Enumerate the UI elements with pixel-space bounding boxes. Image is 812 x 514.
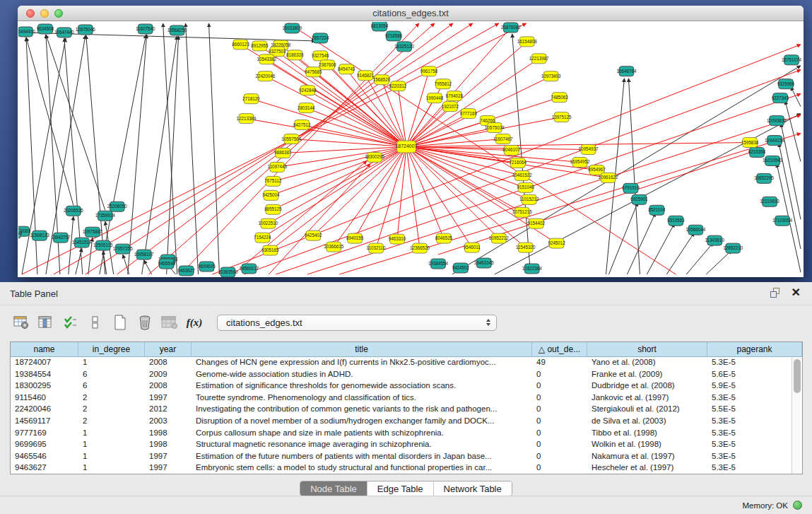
- graph-edge[interactable]: [666, 233, 694, 274]
- table-cell[interactable]: 1: [78, 428, 145, 440]
- vertical-scrollbar[interactable]: [792, 358, 802, 474]
- tab-network-table[interactable]: Network Table: [434, 481, 512, 496]
- table-cell[interactable]: Structural magnetic resonance image aver…: [192, 439, 532, 451]
- table-row[interactable]: 977716911998Corpus callosum shape and si…: [11, 428, 802, 440]
- graph-edge[interactable]: [163, 23, 177, 274]
- network-canvas[interactable]: 1649441096345081064744012875046116075401…: [18, 22, 803, 277]
- column-header-outde[interactable]: △ out_de...: [532, 342, 587, 356]
- column-header-year[interactable]: year: [145, 342, 192, 356]
- table-cell[interactable]: 2: [78, 404, 145, 416]
- graph-edge[interactable]: [268, 147, 406, 224]
- table-cell[interactable]: 14569117: [11, 416, 78, 428]
- table-cell[interactable]: 2009: [145, 369, 192, 381]
- table-cell[interactable]: Nakamura et al. (1997): [587, 451, 707, 463]
- table-cell[interactable]: 5.3E-5: [707, 462, 802, 474]
- table-cell[interactable]: 5.3E-5: [707, 451, 802, 463]
- graph-edge[interactable]: [406, 147, 522, 213]
- table-cell[interactable]: 0: [532, 416, 587, 428]
- table-cell[interactable]: 1: [78, 357, 145, 369]
- graph-edge[interactable]: [706, 250, 731, 274]
- table-row[interactable]: 969969511998Structural magnetic resonanc…: [11, 439, 802, 451]
- table-settings-icon[interactable]: [13, 314, 30, 331]
- table-row[interactable]: 1456911722003Disruption of a novel membe…: [11, 416, 802, 428]
- table-row[interactable]: 1830029562008Estimation of significance …: [11, 380, 802, 392]
- row-height-icon[interactable]: [87, 314, 104, 331]
- table-cell[interactable]: Tourette syndrome. Phenomenology and cla…: [192, 392, 532, 404]
- table-cell[interactable]: Embryonic stem cells: a model to study s…: [192, 462, 532, 474]
- table-cell[interactable]: Disruption of a novel member of a sodium…: [192, 416, 532, 428]
- table-cell[interactable]: Investigating the contribution of common…: [192, 404, 532, 416]
- table-cell[interactable]: 5.3E-5: [707, 392, 802, 404]
- table-cell[interactable]: Dudbridge et al. (2008): [587, 380, 707, 392]
- table-cell[interactable]: Changes of HCN gene expression and I(f) …: [192, 357, 532, 369]
- window-titlebar[interactable]: citations_edges.txt: [18, 6, 804, 21]
- table-cell[interactable]: 5.5E-5: [707, 404, 802, 416]
- column-header-title[interactable]: title: [192, 342, 532, 356]
- delete-trash-icon[interactable]: [136, 314, 153, 331]
- tab-node-table[interactable]: Node Table: [300, 481, 367, 496]
- graph-edge[interactable]: [100, 35, 146, 274]
- table-cell[interactable]: 0: [532, 369, 587, 381]
- graph-edge[interactable]: [686, 243, 713, 274]
- table-cell[interactable]: Genome-wide association studies in ADHD.: [192, 369, 532, 381]
- table-cell[interactable]: 0: [532, 439, 587, 451]
- column-header-pagerank[interactable]: pagerank: [707, 342, 802, 356]
- table-cell[interactable]: Stergiakouli et al. (2012): [587, 404, 707, 416]
- table-cell[interactable]: 9463627: [11, 462, 78, 474]
- table-cell[interactable]: Corpus callosum shape and size in male p…: [192, 428, 532, 440]
- table-cell[interactable]: 19384554: [11, 369, 78, 381]
- table-cell[interactable]: 9777169: [11, 428, 78, 440]
- graph-edge[interactable]: [627, 213, 655, 274]
- table-cell[interactable]: 2: [78, 416, 145, 428]
- table-cell[interactable]: 1: [78, 439, 145, 451]
- graph-edge[interactable]: [406, 71, 429, 147]
- tab-edge-table[interactable]: Edge Table: [367, 481, 434, 496]
- table-cell[interactable]: 5.3E-5: [707, 416, 802, 428]
- table-cell[interactable]: 9465546: [11, 451, 78, 463]
- table-selector-dropdown[interactable]: citations_edges.txt: [217, 315, 497, 331]
- table-cell[interactable]: Jankovic et al. (1997): [587, 392, 707, 404]
- graph-edge[interactable]: [86, 35, 105, 274]
- table-cell[interactable]: 0: [532, 428, 587, 440]
- table-cell[interactable]: 2008: [145, 380, 192, 392]
- table-cell[interactable]: 0: [532, 380, 587, 392]
- table-row[interactable]: 946554611997Estimation of the future num…: [11, 451, 802, 463]
- table-cell[interactable]: 9699695: [11, 439, 78, 451]
- table-cell[interactable]: Hescheler et al. (1997): [587, 462, 707, 474]
- graph-edge[interactable]: [406, 76, 551, 147]
- graph-edge[interactable]: [128, 35, 147, 274]
- graph-edge[interactable]: [313, 147, 406, 236]
- table-cell[interactable]: 2: [78, 392, 145, 404]
- graph-edge[interactable]: [273, 147, 406, 182]
- table-row[interactable]: 1938455462009Genome-wide association stu…: [11, 369, 802, 381]
- new-document-icon[interactable]: [112, 314, 129, 331]
- graph-edge[interactable]: [785, 101, 801, 162]
- table-cell[interactable]: 5.9E-5: [707, 380, 802, 392]
- table-cell[interactable]: 1: [78, 451, 145, 463]
- scrollbar-thumb[interactable]: [794, 359, 801, 393]
- table-row[interactable]: 1872400712008Changes of HCN gene express…: [11, 357, 802, 369]
- table-cell[interactable]: 6: [78, 369, 145, 381]
- table-cell[interactable]: 18300295: [11, 380, 78, 392]
- column-header-indegree[interactable]: in_degree: [78, 342, 145, 356]
- table-cell[interactable]: 1997: [145, 392, 192, 404]
- function-builder-icon[interactable]: f(x): [186, 314, 203, 331]
- table-cell[interactable]: Tibbo et al. (1998): [587, 428, 707, 440]
- table-cell[interactable]: 5.6E-5: [707, 369, 802, 381]
- table-cell[interactable]: 49: [532, 357, 587, 369]
- table-cell[interactable]: Yano et al. (2008): [587, 357, 707, 369]
- graph-edge[interactable]: [269, 163, 370, 274]
- table-cell[interactable]: 9115460: [11, 392, 78, 404]
- table-cell[interactable]: 2003: [145, 416, 192, 428]
- graph-edge[interactable]: [647, 223, 674, 274]
- table-cell[interactable]: Wolkin et al. (1998): [587, 439, 707, 451]
- table-row[interactable]: 946362711997Embryonic stem cells: a mode…: [11, 462, 802, 474]
- table-cell[interactable]: Franke et al. (2009): [587, 369, 707, 381]
- table-cell[interactable]: 0: [532, 392, 587, 404]
- table-cell[interactable]: 0: [532, 404, 587, 416]
- select-column-icon[interactable]: [37, 314, 54, 331]
- graph-edge[interactable]: [144, 260, 152, 274]
- float-panel-icon[interactable]: [770, 288, 781, 298]
- table-row[interactable]: 911546021997Tourette syndrome. Phenomeno…: [11, 392, 802, 404]
- graph-edge[interactable]: [262, 147, 406, 238]
